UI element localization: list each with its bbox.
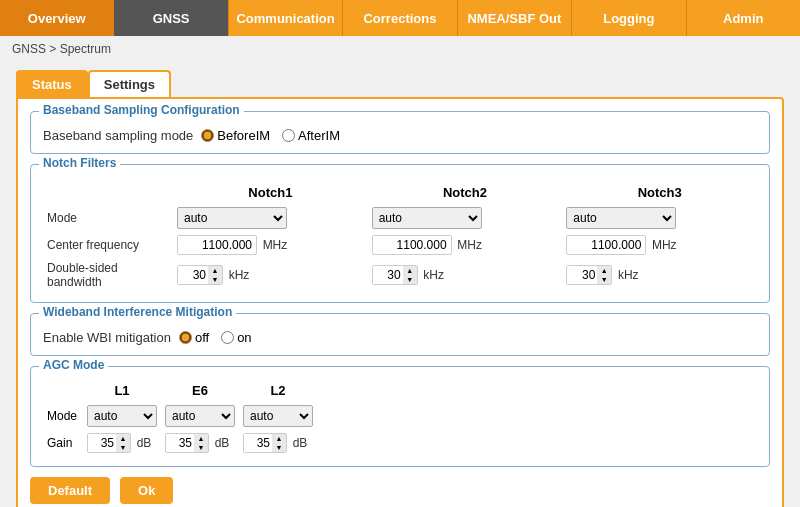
agc-l2-gain-input[interactable]	[244, 434, 272, 452]
nav-communication[interactable]: Communication	[229, 0, 343, 36]
notch3-bw-spinner: ▲ ▼	[566, 265, 612, 285]
notch2-bw-spinner: ▲ ▼	[372, 265, 418, 285]
notch2-bw-up[interactable]: ▲	[403, 266, 417, 275]
wbi-radio-group: off on	[179, 330, 252, 345]
radio-wbi-off[interactable]: off	[179, 330, 209, 345]
notch3-mode-cell: automanualoff	[562, 204, 757, 232]
agc-l2-mode-select[interactable]: automanualoff	[243, 405, 313, 427]
agc-e6-spin-btns: ▲ ▼	[194, 434, 208, 452]
notch3-bw-down[interactable]: ▼	[597, 275, 611, 284]
notch2-bw-unit: kHz	[423, 268, 444, 282]
radio-after-im-label: AfterIM	[298, 128, 340, 143]
notch3-bw-up[interactable]: ▲	[597, 266, 611, 275]
ok-button[interactable]: Ok	[120, 477, 173, 504]
notch2-freq-unit: MHz	[457, 238, 482, 252]
notch-section: Notch Filters Notch1 Notch2 Notch3 Mode	[30, 164, 770, 303]
notch3-bw-unit: kHz	[618, 268, 639, 282]
notch3-freq-input[interactable]	[566, 235, 646, 255]
radio-after-im[interactable]: AfterIM	[282, 128, 340, 143]
agc-e6-gain-input[interactable]	[166, 434, 194, 452]
notch1-bw-down[interactable]: ▼	[208, 275, 222, 284]
agc-gain-label: Gain	[43, 430, 83, 456]
agc-l1-gain-input[interactable]	[88, 434, 116, 452]
table-row: Double-sided bandwidth ▲ ▼ kHz	[43, 258, 757, 292]
center-freq-label: Center frequency	[43, 232, 173, 258]
notch1-mode-select[interactable]: automanualoff	[177, 207, 287, 229]
agc-l1-mode-cell: automanualoff	[83, 402, 161, 430]
baseband-legend: Baseband Sampling Configuration	[39, 103, 244, 117]
notch2-bw-down[interactable]: ▼	[403, 275, 417, 284]
radio-wbi-on[interactable]: on	[221, 330, 251, 345]
notch-col2-header: Notch2	[368, 185, 563, 204]
table-row: Gain ▲ ▼ dB	[43, 430, 317, 456]
notch1-bw-spin-btns: ▲ ▼	[208, 266, 222, 284]
agc-l1-gain-down[interactable]: ▼	[116, 443, 130, 452]
agc-e6-mode-select[interactable]: automanualoff	[165, 405, 235, 427]
radio-wbi-on-label: on	[237, 330, 251, 345]
notch3-freq-unit: MHz	[652, 238, 677, 252]
nav-admin[interactable]: Admin	[687, 0, 800, 36]
agc-e6-mode-cell: automanualoff	[161, 402, 239, 430]
agc-l1-gain-cell: ▲ ▼ dB	[83, 430, 161, 456]
nav-gnss[interactable]: GNSS	[114, 0, 228, 36]
agc-e6-gain-down[interactable]: ▼	[194, 443, 208, 452]
agc-section: AGC Mode L1 E6 L2 Mode	[30, 366, 770, 467]
bw-label: Double-sided bandwidth	[43, 258, 173, 292]
notch1-bw-up[interactable]: ▲	[208, 266, 222, 275]
tab-bar: Status Settings	[16, 70, 784, 97]
notch3-mode-select[interactable]: automanualoff	[566, 207, 676, 229]
nav-nmea-sbf-out[interactable]: NMEA/SBF Out	[458, 0, 572, 36]
notch2-bw-input[interactable]	[373, 266, 403, 284]
notch3-bw-cell: ▲ ▼ kHz	[562, 258, 757, 292]
notch1-bw-unit: kHz	[229, 268, 250, 282]
table-row: Mode automanualoff automanualoff	[43, 402, 317, 430]
notch2-freq-input[interactable]	[372, 235, 452, 255]
notch3-bw-input[interactable]	[567, 266, 597, 284]
agc-table: L1 E6 L2 Mode automanualoff	[43, 383, 317, 456]
agc-l2-gain-unit: dB	[293, 436, 308, 450]
notch-table: Notch1 Notch2 Notch3 Mode automanualoff	[43, 185, 757, 292]
radio-before-im-input[interactable]	[201, 129, 214, 142]
main-content: Status Settings Baseband Sampling Config…	[0, 62, 800, 507]
notch1-freq-unit: MHz	[263, 238, 288, 252]
baseband-radio-group: BeforeIM AfterIM	[201, 128, 340, 143]
notch2-bw-cell: ▲ ▼ kHz	[368, 258, 563, 292]
agc-l2-spin-btns: ▲ ▼	[272, 434, 286, 452]
agc-e6-gain-cell: ▲ ▼ dB	[161, 430, 239, 456]
button-row: Default Ok	[30, 477, 770, 504]
wbi-row: Enable WBI mitigation off on	[43, 330, 757, 345]
radio-before-im[interactable]: BeforeIM	[201, 128, 270, 143]
agc-l1-gain-up[interactable]: ▲	[116, 434, 130, 443]
radio-wbi-off-label: off	[195, 330, 209, 345]
agc-l2-gain-spinner: ▲ ▼	[243, 433, 287, 453]
agc-l1-mode-select[interactable]: automanualoff	[87, 405, 157, 427]
notch-col3-header: Notch3	[562, 185, 757, 204]
agc-l2-gain-up[interactable]: ▲	[272, 434, 286, 443]
nav-logging[interactable]: Logging	[572, 0, 686, 36]
agc-l1-gain-unit: dB	[137, 436, 152, 450]
default-button[interactable]: Default	[30, 477, 110, 504]
radio-wbi-on-input[interactable]	[221, 331, 234, 344]
notch3-freq-cell: MHz	[562, 232, 757, 258]
notch2-mode-select[interactable]: automanualoff	[372, 207, 482, 229]
agc-l1-gain-spinner: ▲ ▼	[87, 433, 131, 453]
nav-overview[interactable]: Overview	[0, 0, 114, 36]
notch1-mode-cell: automanualoff	[173, 204, 368, 232]
table-row: Center frequency MHz MHz MHz	[43, 232, 757, 258]
agc-l2-gain-down[interactable]: ▼	[272, 443, 286, 452]
agc-col3-header: L2	[239, 383, 317, 402]
radio-after-im-input[interactable]	[282, 129, 295, 142]
baseband-row: Baseband sampling mode BeforeIM AfterIM	[43, 128, 757, 143]
notch-legend: Notch Filters	[39, 156, 120, 170]
radio-before-im-label: BeforeIM	[217, 128, 270, 143]
nav-corrections[interactable]: Corrections	[343, 0, 457, 36]
notch-mode-label: Mode	[43, 204, 173, 232]
radio-wbi-off-input[interactable]	[179, 331, 192, 344]
notch1-freq-input[interactable]	[177, 235, 257, 255]
agc-legend: AGC Mode	[39, 358, 108, 372]
notch1-bw-input[interactable]	[178, 266, 208, 284]
tab-settings[interactable]: Settings	[88, 70, 171, 97]
notch1-freq-cell: MHz	[173, 232, 368, 258]
tab-status[interactable]: Status	[16, 70, 88, 97]
agc-e6-gain-up[interactable]: ▲	[194, 434, 208, 443]
